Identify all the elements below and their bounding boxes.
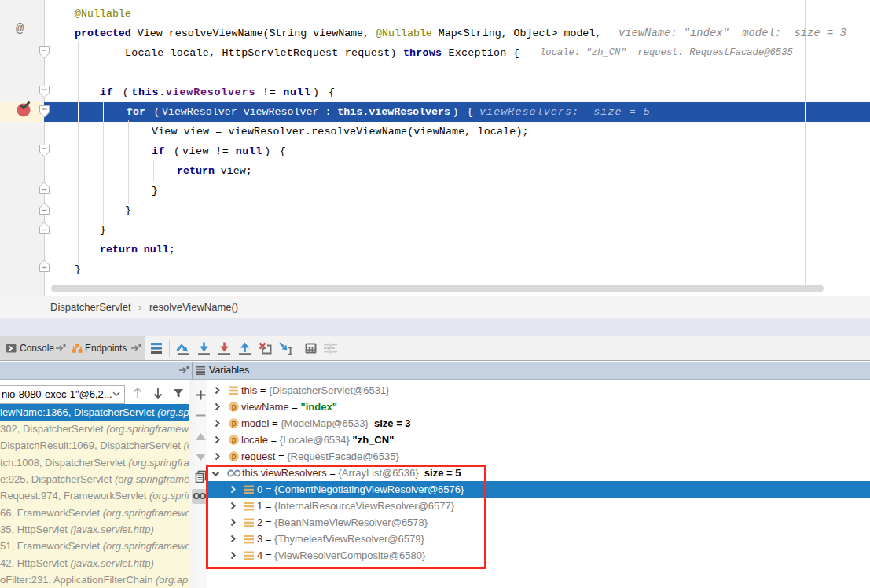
svg-text:p: p — [232, 402, 237, 411]
svg-text:p: p — [232, 419, 237, 428]
svg-text:p: p — [232, 452, 237, 461]
svg-text:p: p — [232, 435, 237, 444]
